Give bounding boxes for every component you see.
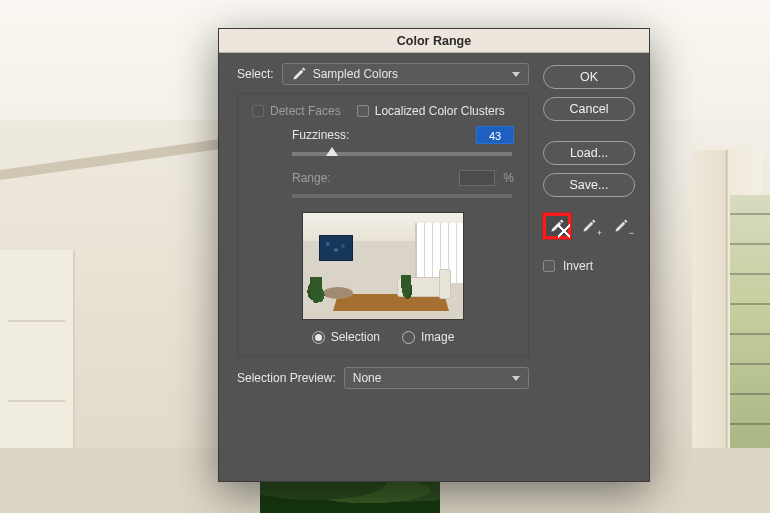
plus-icon: +	[597, 228, 602, 238]
select-label: Select:	[237, 67, 274, 81]
load-button[interactable]: Load...	[543, 141, 635, 165]
radio-selection-label: Selection	[331, 330, 380, 344]
save-button-label: Save...	[570, 178, 609, 192]
view-mode-image[interactable]: Image	[402, 330, 454, 344]
ok-button-label: OK	[580, 70, 598, 84]
radio-selection[interactable]	[312, 331, 325, 344]
invert-label: Invert	[563, 259, 593, 273]
eyedropper-subtract-tool[interactable]: −	[607, 213, 635, 239]
fuzziness-slider-handle[interactable]	[326, 147, 338, 156]
options-panel: Detect Faces Localized Color Clusters Fu…	[237, 93, 529, 357]
preview-thumbnail[interactable]	[302, 212, 464, 320]
range-label: Range:	[292, 171, 331, 185]
range-input	[459, 170, 495, 186]
select-row: Select: Sampled Colors	[237, 63, 529, 85]
fuzziness-slider[interactable]	[292, 152, 512, 156]
detect-faces-checkbox	[252, 105, 264, 117]
save-button[interactable]: Save...	[543, 173, 635, 197]
select-dropdown[interactable]: Sampled Colors	[282, 63, 529, 85]
selection-preview-value: None	[353, 371, 382, 385]
localized-clusters-label: Localized Color Clusters	[375, 104, 505, 118]
chevron-down-icon	[512, 376, 520, 381]
selection-preview-dropdown[interactable]: None	[344, 367, 529, 389]
detect-faces-option: Detect Faces	[252, 104, 341, 118]
radio-image-label: Image	[421, 330, 454, 344]
detect-faces-label: Detect Faces	[270, 104, 341, 118]
ok-button[interactable]: OK	[543, 65, 635, 89]
radio-image[interactable]	[402, 331, 415, 344]
eyedropper-icon	[291, 66, 307, 82]
eyedropper-minus-icon	[613, 218, 629, 234]
select-value: Sampled Colors	[313, 67, 398, 81]
cancel-button[interactable]: Cancel	[543, 97, 635, 121]
chevron-down-icon	[512, 72, 520, 77]
view-mode-radios: Selection Image	[252, 330, 514, 344]
view-mode-selection[interactable]: Selection	[312, 330, 380, 344]
load-button-label: Load...	[570, 146, 608, 160]
fuzziness-input[interactable]: 43	[476, 126, 514, 144]
invert-option[interactable]: Invert	[543, 259, 635, 273]
eyedropper-sample-tool[interactable]	[543, 213, 571, 239]
invert-checkbox[interactable]	[543, 260, 555, 272]
minus-icon: −	[629, 228, 634, 238]
eyedropper-icon	[549, 218, 565, 234]
eyedropper-plus-icon	[581, 218, 597, 234]
color-range-dialog: Color Range Select: Sampled Colors	[218, 28, 650, 482]
cancel-button-label: Cancel	[570, 102, 609, 116]
dialog-title: Color Range	[397, 34, 471, 48]
fuzziness-label: Fuzziness:	[292, 128, 349, 142]
eyedropper-add-tool[interactable]: +	[575, 213, 603, 239]
range-unit: %	[503, 171, 514, 185]
localized-clusters-checkbox[interactable]	[357, 105, 369, 117]
localized-clusters-option[interactable]: Localized Color Clusters	[357, 104, 505, 118]
range-slider	[292, 194, 512, 198]
selection-preview-label: Selection Preview:	[237, 371, 336, 385]
dialog-titlebar[interactable]: Color Range	[219, 29, 649, 53]
eyedropper-tools: + −	[543, 213, 635, 239]
